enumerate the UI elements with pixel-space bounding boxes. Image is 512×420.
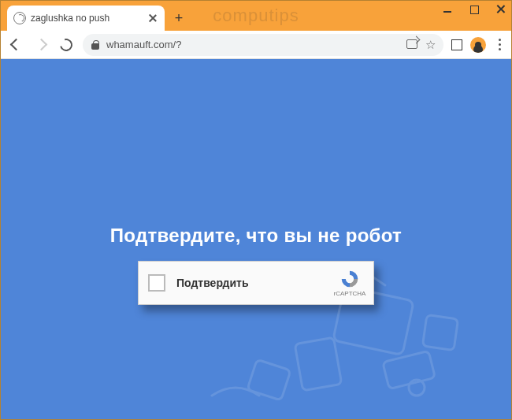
captcha-box: Подтвердить rCAPTCHA [138, 261, 374, 305]
window-close-button[interactable] [495, 4, 506, 15]
address-actions [406, 38, 436, 52]
svg-rect-3 [383, 351, 436, 388]
tab-title: zaglushka no push [31, 13, 143, 24]
page-content: Подтвердите, что вы не робот Подтвердить… [1, 59, 511, 419]
svg-rect-4 [422, 314, 458, 350]
watermark-text: computips [213, 6, 299, 26]
browser-toolbar: whamauft.com/? [1, 31, 511, 59]
share-icon[interactable] [406, 39, 417, 50]
lock-icon [91, 40, 100, 50]
captcha-checkbox[interactable] [148, 274, 165, 292]
window-titlebar: zaglushka no push + computips [1, 1, 511, 31]
svg-rect-2 [247, 359, 291, 400]
svg-point-5 [409, 380, 425, 396]
svg-rect-1 [295, 337, 342, 391]
maximize-button[interactable] [469, 4, 480, 15]
back-button[interactable] [7, 36, 24, 54]
window-controls [442, 4, 506, 15]
browser-tab[interactable]: zaglushka no push [7, 6, 165, 31]
minimize-button[interactable] [442, 4, 453, 15]
recaptcha-icon [339, 269, 361, 288]
new-tab-button[interactable]: + [168, 7, 190, 29]
reload-button[interactable] [58, 36, 75, 54]
page-heading: Подтвердите, что вы не робот [110, 225, 402, 247]
address-url: whamauft.com/? [106, 39, 400, 50]
close-tab-icon[interactable] [147, 13, 158, 24]
forward-button[interactable] [32, 36, 50, 54]
captcha-logo: rCAPTCHA [336, 269, 364, 297]
bookmark-star-icon[interactable] [425, 38, 436, 52]
globe-icon [13, 12, 26, 24]
captcha-brand: rCAPTCHA [334, 290, 366, 297]
captcha-label: Подтвердить [176, 277, 325, 289]
extensions-icon[interactable] [451, 39, 462, 50]
menu-kebab-icon[interactable] [494, 39, 505, 50]
profile-avatar-icon[interactable] [470, 37, 486, 53]
address-bar[interactable]: whamauft.com/? [83, 34, 443, 56]
